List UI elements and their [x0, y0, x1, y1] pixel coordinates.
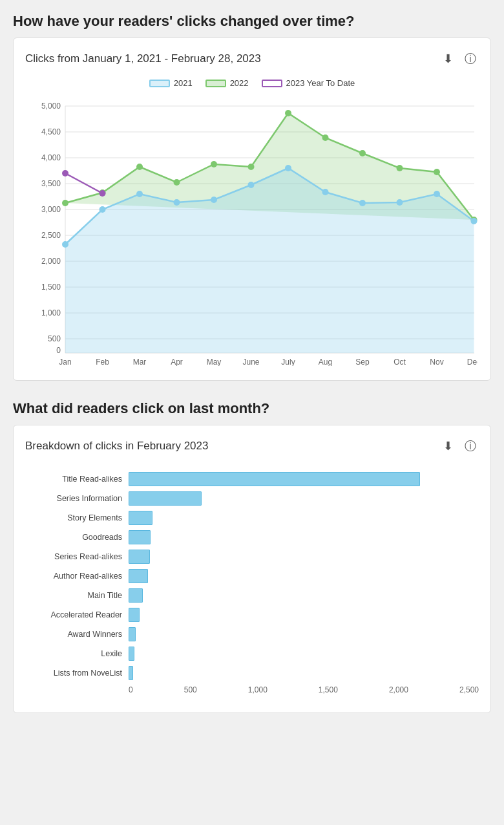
legend-label-2022: 2022	[230, 78, 249, 88]
svg-text:2,000: 2,000	[41, 257, 61, 266]
legend-label-2023: 2023 Year To Date	[286, 78, 355, 88]
svg-point-33	[359, 150, 366, 156]
bar-fill	[129, 647, 134, 661]
x-label-0: 0	[129, 685, 133, 694]
bar-row: Lexile	[25, 647, 479, 661]
svg-text:500: 500	[48, 334, 61, 343]
bar-row: Goodreads	[25, 530, 479, 544]
info-button-2[interactable]: ⓘ	[462, 437, 479, 455]
line-chart-card: Clicks from January 1, 2021 - February 2…	[13, 38, 491, 381]
card1-title: Clicks from January 1, 2021 - February 2…	[25, 52, 261, 65]
bar-track	[129, 550, 479, 564]
bar-track	[129, 472, 479, 486]
bar-label: Goodreads	[25, 533, 129, 542]
x-label-1000: 1,000	[248, 685, 268, 694]
download-button[interactable]: ⬇	[441, 50, 456, 67]
svg-text:0: 0	[56, 346, 61, 355]
svg-point-42	[248, 182, 255, 188]
bar-label: Title Read-alikes	[25, 475, 129, 484]
svg-text:Feb: Feb	[96, 358, 109, 366]
svg-text:Aug: Aug	[319, 358, 332, 366]
bar-label: Author Read-alikes	[25, 572, 129, 581]
svg-text:3,000: 3,000	[41, 205, 61, 214]
bar-fill	[129, 550, 150, 564]
bar-fill	[129, 666, 133, 680]
bar-rows: Title Read-alikesSeries InformationStory…	[25, 472, 479, 680]
svg-text:4,500: 4,500	[41, 127, 61, 136]
info-button[interactable]: ⓘ	[462, 50, 479, 68]
svg-text:2,500: 2,500	[41, 231, 61, 240]
svg-point-29	[211, 161, 217, 167]
bar-label: Accelerated Reader	[25, 610, 129, 619]
legend-item-2022: 2022	[205, 78, 249, 88]
x-label-2000: 2,000	[389, 685, 408, 694]
svg-point-35	[434, 169, 440, 175]
card2-header: Breakdown of clicks in February 2023 ⬇ ⓘ	[25, 437, 479, 455]
bar-fill	[129, 569, 148, 583]
svg-point-28	[174, 179, 180, 186]
legend-label-2021: 2021	[174, 78, 193, 88]
bar-fill	[129, 588, 143, 603]
bar-label: Series Read-alikes	[25, 552, 129, 561]
svg-point-50	[100, 190, 106, 197]
bar-label: Award Winners	[25, 630, 129, 639]
svg-text:3,500: 3,500	[41, 179, 61, 188]
card1-icons: ⬇ ⓘ	[441, 50, 479, 68]
bar-track	[129, 588, 479, 603]
svg-point-44	[322, 189, 329, 195]
svg-text:4,000: 4,000	[41, 153, 61, 162]
bar-track	[129, 608, 479, 622]
bar-row: Series Information	[25, 491, 479, 506]
svg-point-48	[471, 218, 478, 224]
bar-row: Series Read-alikes	[25, 550, 479, 564]
bar-track	[129, 666, 479, 680]
svg-point-32	[322, 134, 329, 141]
card1-header: Clicks from January 1, 2021 - February 2…	[25, 50, 479, 68]
svg-point-38	[100, 206, 106, 213]
bar-label: Main Title	[25, 591, 129, 600]
svg-point-45	[359, 200, 366, 206]
svg-text:Sep: Sep	[355, 358, 370, 366]
legend-item-2023: 2023 Year To Date	[262, 78, 355, 88]
svg-point-47	[434, 191, 440, 197]
bar-row: Title Read-alikes	[25, 472, 479, 486]
legend-color-2022	[205, 80, 226, 87]
svg-point-30	[248, 164, 255, 170]
bar-track	[129, 530, 479, 544]
svg-point-37	[62, 241, 68, 248]
bar-track	[129, 627, 479, 641]
bar-row: Story Elements	[25, 511, 479, 525]
card2-icons: ⬇ ⓘ	[441, 437, 479, 455]
card2-title: Breakdown of clicks in February 2023	[25, 440, 208, 453]
bar-track	[129, 511, 479, 525]
bar-track	[129, 569, 479, 583]
legend-color-2021	[149, 80, 170, 87]
bar-row: Lists from NoveList	[25, 666, 479, 680]
bar-row: Author Read-alikes	[25, 569, 479, 583]
x-label-500: 500	[184, 685, 197, 694]
x-label-2500: 2,500	[459, 685, 479, 694]
svg-point-49	[62, 170, 68, 177]
svg-point-43	[285, 165, 291, 171]
legend-color-2023	[262, 80, 282, 87]
svg-point-34	[397, 165, 403, 171]
svg-point-31	[285, 110, 291, 116]
bar-fill	[129, 472, 420, 486]
svg-point-39	[136, 191, 143, 197]
svg-text:May: May	[207, 358, 222, 366]
x-label-1500: 1,500	[319, 685, 338, 694]
bar-row: Main Title	[25, 588, 479, 603]
svg-text:Mar: Mar	[133, 358, 147, 366]
svg-text:1,500: 1,500	[41, 283, 61, 292]
chart-legend: 2021 2022 2023 Year To Date	[25, 78, 479, 88]
legend-item-2021: 2021	[149, 78, 193, 88]
section1-title: How have your readers' clicks changed ov…	[13, 13, 491, 30]
bar-fill	[129, 511, 152, 525]
bar-row: Accelerated Reader	[25, 608, 479, 622]
svg-point-40	[174, 199, 180, 206]
download-button-2[interactable]: ⬇	[441, 438, 456, 455]
bar-row: Award Winners	[25, 627, 479, 641]
svg-text:5,000: 5,000	[41, 102, 61, 111]
svg-point-25	[62, 200, 68, 206]
svg-text:July: July	[281, 358, 295, 366]
